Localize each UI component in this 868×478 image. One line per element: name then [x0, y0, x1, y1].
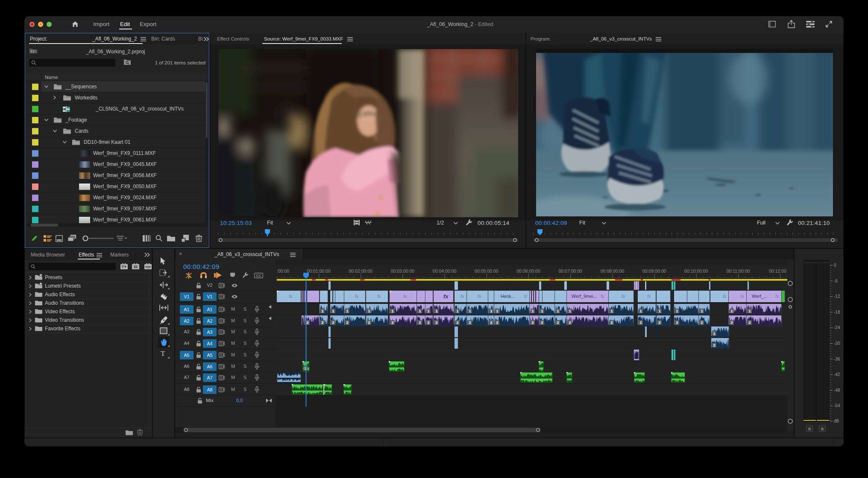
svg-text:fx: fx: [478, 294, 481, 299]
svg-text:fx: fx: [460, 294, 464, 299]
svg-text:fx: fx: [443, 293, 449, 300]
svg-text:1: 1: [368, 309, 370, 313]
svg-text:YUV: YUV: [145, 265, 151, 268]
svg-text:00:03:00:00: 00:03:00:00: [391, 268, 415, 274]
svg-text:fx: fx: [775, 294, 779, 299]
svg-text:fx: fx: [403, 294, 407, 299]
svg-text:2: 2: [419, 321, 421, 325]
svg-text:2: 2: [321, 321, 323, 325]
svg-text:1: 1: [469, 309, 471, 313]
svg-text:2: 2: [469, 321, 471, 325]
svg-text:Henk...: Henk...: [501, 294, 515, 299]
svg-text:0: 0: [834, 263, 836, 268]
svg-text:00:10:00:00: 00:10:00:00: [684, 268, 708, 274]
svg-text:2: 2: [713, 343, 715, 347]
svg-text:1: 1: [490, 309, 492, 313]
svg-text:1: 1: [531, 309, 534, 313]
svg-text:-42: -42: [834, 372, 840, 377]
svg-text:32: 32: [133, 265, 138, 269]
svg-text:00:01:00:00: 00:01:00:00: [307, 268, 331, 274]
svg-text:fx: fx: [289, 294, 293, 299]
svg-text:2: 2: [368, 321, 370, 325]
svg-text:1: 1: [427, 309, 429, 313]
svg-text:2: 2: [639, 321, 642, 325]
svg-text:00:02:00:00: 00:02:00:00: [349, 268, 372, 274]
svg-text:00:07:00:00: 00:07:00:00: [558, 268, 582, 274]
svg-text:1: 1: [557, 309, 559, 313]
svg-text:2: 2: [306, 321, 308, 325]
svg-text:CC: CC: [256, 274, 261, 278]
svg-text:00:09:00:00: 00:09:00:00: [642, 268, 666, 274]
svg-text:1: 1: [456, 309, 458, 313]
svg-text:2: 2: [569, 321, 571, 325]
svg-text:1: 1: [569, 309, 571, 313]
svg-text:fx: fx: [524, 294, 528, 299]
svg-text:2: 2: [658, 321, 660, 325]
svg-text:fx: fx: [723, 294, 727, 299]
svg-text:1: 1: [730, 309, 733, 313]
svg-text:2: 2: [456, 321, 458, 325]
svg-text:fx: fx: [601, 294, 604, 299]
svg-text:1: 1: [435, 309, 437, 313]
svg-text:00:04:00:00: 00:04:00:00: [433, 268, 457, 274]
svg-text:-18: -18: [834, 310, 840, 315]
svg-text:-6: -6: [834, 279, 838, 283]
svg-text:2: 2: [490, 321, 492, 325]
svg-text:-48: -48: [834, 388, 840, 393]
svg-text:-54: -54: [834, 403, 840, 408]
svg-text:1: 1: [748, 309, 751, 313]
svg-text:00:06:00:00: 00:06:00:00: [516, 268, 540, 274]
svg-text:1: 1: [701, 309, 703, 313]
svg-text:2: 2: [730, 321, 733, 325]
svg-text:2: 2: [701, 321, 703, 325]
svg-text:-12: -12: [834, 294, 840, 299]
svg-text:1: 1: [496, 309, 498, 313]
svg-text:2: 2: [332, 321, 334, 325]
svg-text:Werf_9mei...: Werf_9mei...: [572, 294, 597, 299]
svg-text:dB: dB: [834, 419, 839, 423]
svg-text:1: 1: [332, 309, 334, 313]
svg-text:-30: -30: [834, 341, 840, 346]
svg-text:2: 2: [610, 321, 613, 325]
svg-text:-24: -24: [834, 325, 840, 330]
svg-text:1: 1: [419, 309, 421, 313]
svg-text:2: 2: [496, 321, 498, 325]
svg-text:00:12:00: 00:12:00: [769, 268, 786, 274]
svg-text:-36: -36: [834, 357, 840, 361]
svg-text:1: 1: [713, 332, 715, 336]
svg-text:fx: fx: [647, 294, 651, 299]
svg-text:1: 1: [639, 309, 642, 313]
svg-text:2: 2: [427, 321, 429, 325]
svg-text:00:11:00:00: 00:11:00:00: [727, 268, 750, 274]
svg-text:2: 2: [557, 321, 559, 325]
svg-text:2: 2: [346, 321, 348, 325]
svg-text:1: 1: [676, 309, 678, 313]
svg-text:fx: fx: [355, 294, 359, 299]
svg-text:00:08:00:00: 00:08:00:00: [601, 268, 625, 274]
svg-text:fx: fx: [377, 294, 381, 299]
svg-text:1: 1: [658, 309, 660, 313]
svg-text:2: 2: [435, 321, 437, 325]
svg-text:00:05:00:00: 00:05:00:00: [475, 268, 499, 274]
svg-text:1: 1: [541, 309, 543, 313]
svg-text:1: 1: [321, 309, 323, 313]
svg-text:Werf_...: Werf_...: [752, 294, 768, 299]
svg-text:2: 2: [391, 321, 393, 325]
svg-text:2: 2: [531, 321, 534, 325]
svg-text:fx: fx: [740, 294, 744, 299]
svg-text:2: 2: [676, 321, 678, 325]
svg-text:2: 2: [541, 321, 543, 325]
svg-text:fx: fx: [622, 294, 625, 299]
svg-text:2: 2: [748, 321, 751, 325]
svg-text:1: 1: [610, 309, 613, 313]
svg-text::00:00: :00:00: [277, 268, 289, 274]
svg-text:1: 1: [391, 309, 393, 313]
svg-text:1: 1: [346, 309, 348, 313]
